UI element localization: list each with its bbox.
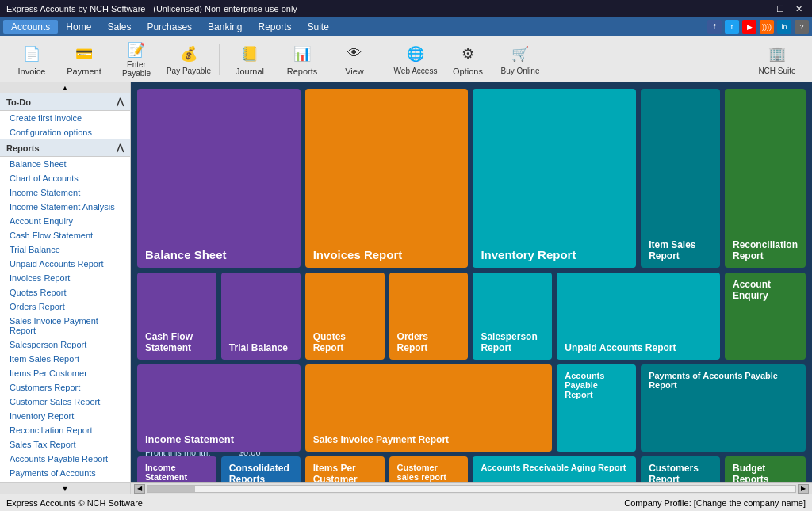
- web-access-icon: 🌐: [404, 43, 427, 65]
- tile-quotes[interactable]: Quotes Report: [305, 273, 385, 360]
- tile-unpaid-accounts[interactable]: Unpaid Accounts Report: [557, 273, 720, 360]
- payment-icon: 💳: [73, 43, 95, 65]
- sidebar-item-quotes[interactable]: Quotes Report: [0, 285, 130, 299]
- tile-income-analysis[interactable]: Income Statement Analysis: [137, 456, 216, 482]
- tile-invoices-report[interactable]: Invoices Report: [305, 89, 469, 268]
- menu-home[interactable]: Home: [58, 20, 99, 34]
- close-button[interactable]: ✕: [792, 4, 806, 14]
- reports-button[interactable]: 📊 Reports: [277, 40, 327, 79]
- scroll-track[interactable]: [147, 485, 796, 493]
- toolbar: 📄 Invoice 💳 Payment 📝 Enter Payable 💰 Pa…: [0, 36, 812, 82]
- sidebar-item-chart-accounts[interactable]: Chart of Accounts: [0, 171, 130, 185]
- menu-sales[interactable]: Sales: [99, 20, 139, 34]
- twitter-icon[interactable]: t: [725, 20, 739, 34]
- horizontal-scrollbar[interactable]: ◀ ▶: [131, 482, 812, 494]
- sidebar-item-invoices[interactable]: Invoices Report: [0, 271, 130, 285]
- sidebar-item-unpaid-accounts[interactable]: Unpaid Accounts Report: [0, 257, 130, 271]
- journal-button[interactable]: 📒 Journal: [224, 40, 275, 79]
- sidebar-item-income-statement[interactable]: Income Statement: [0, 185, 130, 200]
- toolbar-separator-1: [219, 44, 220, 75]
- view-icon: 👁: [343, 43, 366, 65]
- payment-button[interactable]: 💳 Payment: [59, 40, 109, 79]
- tile-customers-report[interactable]: Customers Report: [641, 456, 720, 482]
- content-wrapper: Balance Sheet Invoices Report Inventory …: [131, 82, 812, 494]
- tile-account-enquiry[interactable]: Account Enquiry: [725, 273, 806, 360]
- statusbar-left: Express Accounts © NCH Software: [6, 498, 143, 508]
- menu-reports[interactable]: Reports: [250, 20, 299, 34]
- tile-grid: Balance Sheet Invoices Report Inventory …: [137, 89, 806, 429]
- sidebar-item-trial-balance[interactable]: Trial Balance: [0, 242, 130, 257]
- sidebar-item-orders[interactable]: Orders Report: [0, 299, 130, 314]
- view-button[interactable]: 👁 View: [329, 40, 380, 79]
- scroll-thumb[interactable]: [147, 486, 195, 492]
- sidebar-item-payments-accounts[interactable]: Payments of Accounts: [0, 466, 130, 480]
- sidebar-item-accounts-payable[interactable]: Accounts Payable Report: [0, 452, 130, 466]
- menu-banking[interactable]: Banking: [200, 20, 250, 34]
- tile-reconciliation-report[interactable]: Reconciliation Report: [725, 89, 806, 268]
- youtube-icon[interactable]: ▶: [742, 20, 756, 34]
- menu-accounts[interactable]: Accounts: [3, 20, 58, 34]
- sidebar-item-create-invoice[interactable]: Create first invoice: [0, 111, 130, 125]
- tile-cashflow[interactable]: Cash Flow Statement: [137, 273, 216, 360]
- sidebar-scroll-up[interactable]: ▲: [0, 82, 130, 93]
- buy-online-icon: 🛒: [509, 43, 531, 65]
- sidebar-item-config[interactable]: Configuration options: [0, 125, 130, 139]
- nch-suite-button[interactable]: 🏢 NCH Suite: [749, 40, 806, 79]
- window-controls[interactable]: — ☐ ✕: [753, 4, 806, 14]
- web-access-button[interactable]: 🌐 Web Access: [390, 40, 441, 79]
- enter-payable-icon: 📝: [125, 41, 147, 59]
- sidebar-item-sales-invoice-payment[interactable]: Sales Invoice Payment Report: [0, 314, 130, 337]
- todo-collapse-icon[interactable]: ⋀: [117, 97, 124, 107]
- scroll-right-arrow[interactable]: ▶: [798, 484, 809, 494]
- sidebar-item-account-enquiry[interactable]: Account Enquiry: [0, 214, 130, 228]
- reports-collapse-icon[interactable]: ⋀: [117, 143, 124, 153]
- tile-items-per-customer[interactable]: Items Per Customer: [305, 456, 385, 482]
- buy-online-button[interactable]: 🛒 Buy Online: [495, 40, 546, 79]
- tile-inventory-report[interactable]: Inventory Report: [473, 89, 636, 268]
- sidebar-item-items-per-customer[interactable]: Items Per Customer: [0, 366, 130, 380]
- menu-purchases[interactable]: Purchases: [139, 20, 200, 34]
- linkedin-icon[interactable]: in: [777, 20, 791, 34]
- options-button[interactable]: ⚙ Options: [442, 40, 493, 79]
- tile-salesperson[interactable]: Salesperson Report: [473, 273, 552, 360]
- tile-budget[interactable]: Budget Reports: [725, 456, 806, 482]
- tile-payments-accounts[interactable]: Payments of Accounts Payable Report: [641, 364, 806, 452]
- rss-icon[interactable]: )))): [760, 20, 774, 34]
- sidebar-item-inventory[interactable]: Inventory Report: [0, 409, 130, 423]
- tile-consolidated[interactable]: Consolidated Reports: [221, 456, 301, 482]
- tile-sales-invoice-payment[interactable]: Sales Invoice Payment Report: [305, 364, 553, 452]
- sidebar-item-reconciliation[interactable]: Reconciliation Report: [0, 423, 130, 437]
- reports-section-header: Reports ⋀: [0, 139, 130, 157]
- sidebar-item-sales-tax[interactable]: Sales Tax Report: [0, 437, 130, 452]
- sidebar-item-balance-sheet[interactable]: Balance Sheet: [0, 157, 130, 171]
- tile-item-sales-report[interactable]: Item Sales Report: [641, 89, 720, 268]
- sidebar-item-customers[interactable]: Customers Report: [0, 380, 130, 395]
- todo-section-header: To-Do ⋀: [0, 93, 130, 111]
- pay-payable-button[interactable]: 💰 Pay Payable: [163, 40, 214, 79]
- tile-balance-sheet[interactable]: Balance Sheet: [137, 89, 301, 268]
- tile-orders[interactable]: Orders Report: [389, 273, 469, 360]
- sidebar-item-salesperson[interactable]: Salesperson Report: [0, 337, 130, 352]
- menubar: Accounts Home Sales Purchases Banking Re…: [0, 17, 812, 36]
- facebook-icon[interactable]: f: [707, 20, 722, 34]
- sidebar-item-income-analysis[interactable]: Income Statement Analysis: [0, 200, 130, 214]
- enter-payable-button[interactable]: 📝 Enter Payable: [111, 40, 162, 79]
- minimize-button[interactable]: —: [753, 4, 768, 14]
- sidebar-scroll-down[interactable]: ▼: [0, 482, 130, 494]
- tile-customer-sales[interactable]: Customer sales report: [389, 456, 469, 482]
- options-icon: ⚙: [457, 43, 479, 65]
- tile-ar-aging[interactable]: Accounts Receivable Aging Report: [473, 456, 636, 482]
- sidebar-item-cashflow[interactable]: Cash Flow Statement: [0, 228, 130, 242]
- tile-income-statement[interactable]: Income Statement: [137, 364, 301, 452]
- menu-suite[interactable]: Suite: [300, 20, 337, 34]
- tile-accounts-payable[interactable]: Accounts Payable Report: [557, 364, 636, 452]
- help-icon[interactable]: ?: [795, 20, 809, 34]
- scroll-left-arrow[interactable]: ◀: [134, 484, 145, 494]
- sidebar-item-item-sales[interactable]: Item Sales Report: [0, 352, 130, 366]
- title-text: Express Accounts by NCH Software - (Unli…: [6, 4, 297, 13]
- maximize-button[interactable]: ☐: [773, 4, 787, 14]
- statusbar-right: Company Profile: [Change the company nam…: [624, 498, 806, 508]
- sidebar-item-customer-sales[interactable]: Customer Sales Report: [0, 395, 130, 409]
- invoice-button[interactable]: 📄 Invoice: [6, 40, 57, 79]
- tile-trial-balance[interactable]: Trial Balance: [221, 273, 301, 360]
